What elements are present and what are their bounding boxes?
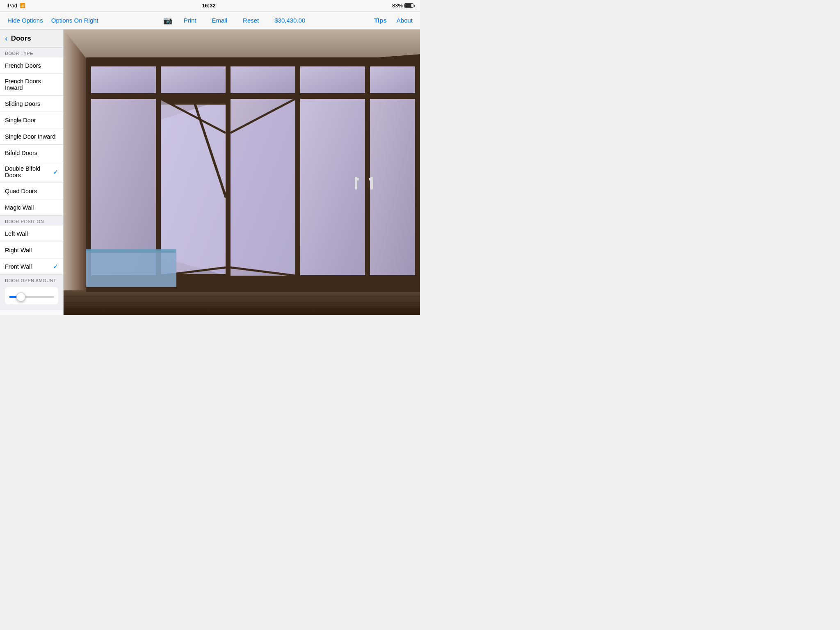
svg-rect-9 [365, 57, 370, 287]
sidebar-header: ‹ Doors [0, 30, 63, 48]
svg-rect-40 [86, 251, 176, 290]
room-svg [64, 30, 420, 315]
door-position-section-header: DOOR POSITION [0, 216, 63, 226]
sidebar-item-single-door-inward[interactable]: Single Door Inward [0, 128, 63, 145]
single-door-label: Single Door [5, 117, 36, 123]
sidebar-item-french-doors[interactable]: French Doors [0, 57, 63, 74]
back-button[interactable]: ‹ [5, 34, 8, 43]
svg-rect-12 [91, 66, 156, 93]
status-bar-left: iPad 📶 [7, 2, 25, 9]
3d-view[interactable] [64, 30, 420, 315]
camera-icon[interactable]: 📷 [163, 16, 172, 25]
battery-icon [404, 3, 413, 8]
svg-rect-28 [369, 178, 373, 180]
svg-rect-8 [295, 57, 300, 287]
door-open-amount-label: DOOR OPEN AMOUNT [5, 278, 58, 283]
status-bar-right: 83% [392, 2, 413, 9]
quad-doors-label: Quad Doors [5, 188, 37, 194]
single-door-inward-label: Single Door Inward [5, 133, 55, 140]
svg-rect-42 [86, 287, 420, 292]
svg-rect-17 [91, 99, 156, 275]
svg-marker-36 [64, 290, 420, 315]
sliding-doors-label: Sliding Doors [5, 100, 40, 107]
sidebar-item-left-wall[interactable]: Left Wall [0, 226, 63, 242]
wifi-icon: 📶 [20, 3, 25, 8]
left-wall-label: Left Wall [5, 231, 28, 237]
double-bifold-doors-label: Double Bifold Doors [5, 165, 53, 178]
sidebar-item-sliding-doors[interactable]: Sliding Doors [0, 96, 63, 112]
door-open-slider[interactable] [9, 296, 54, 298]
sidebar-item-magic-wall[interactable]: Magic Wall [0, 199, 63, 216]
status-bar: iPad 📶 16:32 83% [0, 0, 420, 11]
front-wall-checkmark: ✓ [53, 262, 58, 270]
svg-rect-7 [226, 57, 231, 287]
front-wall-label: Front Wall [5, 263, 32, 270]
svg-rect-11 [86, 93, 420, 99]
options-on-right-button[interactable]: Options On Right [47, 17, 103, 24]
sidebar-item-front-wall[interactable]: Front Wall ✓ [0, 258, 63, 275]
svg-rect-26 [370, 99, 415, 275]
tips-button[interactable]: Tips [370, 17, 391, 24]
door-position-list: Left Wall Right Wall Front Wall ✓ [0, 226, 63, 275]
toolbar-center: 📷 Print Email Reset $30,430.00 [103, 16, 370, 25]
sidebar-item-bifold-doors[interactable]: Bifold Doors [0, 145, 63, 161]
print-button[interactable]: Print [180, 17, 201, 24]
right-wall-label: Right Wall [5, 247, 32, 253]
svg-rect-10 [415, 57, 420, 287]
slider-container [5, 287, 58, 304]
about-button[interactable]: About [393, 17, 417, 24]
svg-rect-25 [355, 178, 359, 180]
battery-percent: 83% [392, 2, 403, 9]
main-area: ‹ Doors DOOR TYPE French Doors French Do… [0, 30, 420, 315]
reset-button[interactable]: Reset [239, 17, 263, 24]
price-display: $30,430.00 [270, 17, 309, 24]
sidebar-item-single-door[interactable]: Single Door [0, 112, 63, 128]
svg-rect-14 [231, 66, 295, 93]
french-doors-label: French Doors [5, 62, 41, 69]
sidebar-item-french-doors-inward[interactable]: French Doors Inward [0, 74, 63, 96]
status-bar-time: 16:32 [202, 2, 215, 9]
door-type-list: French Doors French Doors Inward Sliding… [0, 57, 63, 216]
svg-marker-3 [64, 30, 86, 315]
svg-rect-15 [300, 66, 365, 93]
sidebar: ‹ Doors DOOR TYPE French Doors French Do… [0, 30, 64, 315]
double-bifold-checkmark: ✓ [53, 168, 58, 176]
device-label: iPad [7, 2, 17, 9]
toolbar-right: Tips About [370, 17, 417, 24]
sidebar-item-quad-doors[interactable]: Quad Doors [0, 183, 63, 199]
toolbar: Hide Options Options On Right 📷 Print Em… [0, 11, 420, 30]
hide-options-button[interactable]: Hide Options [3, 17, 47, 24]
door-type-section-header: DOOR TYPE [0, 48, 63, 57]
svg-rect-16 [370, 66, 415, 93]
sidebar-item-right-wall[interactable]: Right Wall [0, 242, 63, 258]
magic-wall-label: Magic Wall [5, 204, 34, 211]
door-open-amount-section: DOOR OPEN AMOUNT [0, 275, 63, 310]
french-doors-inward-label: French Doors Inward [5, 78, 58, 91]
svg-rect-41 [86, 249, 176, 253]
sidebar-item-double-bifold-doors[interactable]: Double Bifold Doors ✓ [0, 161, 63, 183]
sidebar-title: Doors [11, 34, 31, 43]
bifold-doors-label: Bifold Doors [5, 150, 37, 156]
email-button[interactable]: Email [208, 17, 232, 24]
svg-rect-13 [161, 66, 226, 93]
